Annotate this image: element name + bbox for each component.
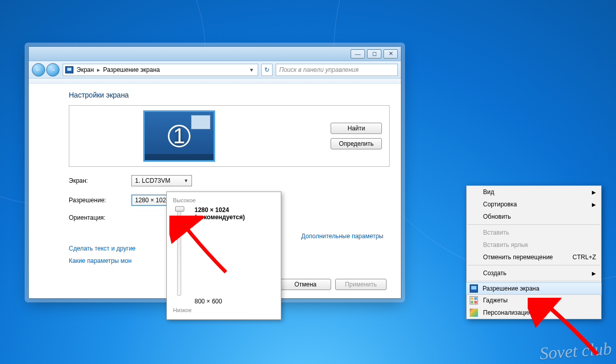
resolution-slider[interactable]: [177, 206, 181, 296]
orientation-label: Ориентация:: [69, 214, 125, 221]
search-placeholder: Поиск в панели управления: [279, 66, 359, 73]
monitor-icon: [470, 284, 478, 293]
breadcrumb-current[interactable]: Разрешение экрана: [103, 66, 160, 73]
ctx-refresh[interactable]: Обновить: [467, 210, 601, 223]
ctx-paste-shortcut: Вставить ярлык: [467, 239, 601, 251]
watermark: Sovet club: [539, 339, 612, 363]
high-label: Высокое: [173, 197, 275, 203]
search-input[interactable]: Поиск в панели управления: [276, 64, 398, 76]
personalize-icon: [470, 309, 478, 317]
apply-button[interactable]: Применить: [335, 279, 387, 290]
current-resolution: 1280 × 1024 (рекомендуется): [195, 206, 275, 221]
chevron-down-icon: ▼: [184, 178, 188, 183]
slider-thumb[interactable]: [175, 206, 184, 212]
chevron-right-icon: ▶: [592, 202, 596, 207]
window-glyph-icon: [191, 115, 210, 129]
taskbar-glyph: [145, 154, 214, 160]
ctx-view[interactable]: Вид▶: [467, 186, 601, 198]
toolbar: [29, 79, 401, 84]
detect-button[interactable]: Найти: [331, 123, 382, 134]
cancel-button[interactable]: Отмена: [280, 279, 331, 290]
ctx-undo[interactable]: Отменить перемещениеCTRL+Z: [467, 251, 601, 263]
nav-forward-button[interactable]: →: [46, 63, 60, 76]
address-bar[interactable]: Экран ▸ Разрешение экрана ▾: [63, 64, 258, 76]
minimize-button[interactable]: —: [351, 49, 365, 59]
ctx-undo-shortcut: CTRL+Z: [572, 254, 596, 261]
low-label: Низкое: [173, 307, 275, 313]
nav-back-button[interactable]: ←: [32, 63, 45, 76]
chevron-down-icon[interactable]: ▾: [247, 66, 256, 73]
screen-combo-value: 1. LCD73VM: [135, 177, 170, 184]
chevron-right-icon: ▶: [592, 189, 596, 195]
gadgets-icon: [470, 296, 478, 304]
monitor-number: 1: [168, 125, 190, 147]
ctx-create[interactable]: Создать▶: [467, 267, 601, 279]
display-preview: 1 Найти Определить: [69, 105, 390, 167]
ctx-screen-resolution[interactable]: Разрешение экрана: [466, 282, 602, 295]
titlebar: — ◻ ✕: [29, 47, 401, 61]
min-resolution: 800 × 600: [195, 298, 275, 305]
screen-label: Экран:: [69, 177, 125, 184]
ctx-paste: Вставить: [467, 226, 601, 239]
breadcrumb-root[interactable]: Экран: [76, 66, 94, 73]
ctx-personalize[interactable]: Персонализация: [467, 306, 601, 319]
ctx-sort[interactable]: Сортировка▶: [467, 198, 601, 210]
maximize-button[interactable]: ◻: [367, 49, 381, 59]
page-title: Настройки экрана: [69, 91, 390, 99]
screen-combo[interactable]: 1. LCD73VM ▼: [131, 175, 192, 186]
identify-button[interactable]: Определить: [331, 138, 382, 149]
monitor-thumbnail[interactable]: 1: [143, 110, 215, 162]
ctx-gadgets[interactable]: Гаджеты: [467, 294, 601, 306]
screen-icon: [65, 66, 73, 73]
chevron-right-icon: ▶: [592, 271, 596, 276]
chevron-right-icon: ▸: [97, 66, 100, 73]
resolution-label: Разрешение:: [69, 197, 125, 204]
advanced-settings-link[interactable]: Дополнительные параметры: [301, 233, 383, 240]
close-button[interactable]: ✕: [383, 49, 398, 59]
resolution-flyout: Высокое 1280 × 1024 (рекомендуется) 800 …: [166, 191, 281, 320]
refresh-button[interactable]: ↻: [261, 64, 273, 76]
desktop-context-menu: Вид▶ Сортировка▶ Обновить Вставить Встав…: [466, 185, 602, 319]
address-bar-row: ← → Экран ▸ Разрешение экрана ▾ ↻ Поиск …: [29, 61, 401, 79]
